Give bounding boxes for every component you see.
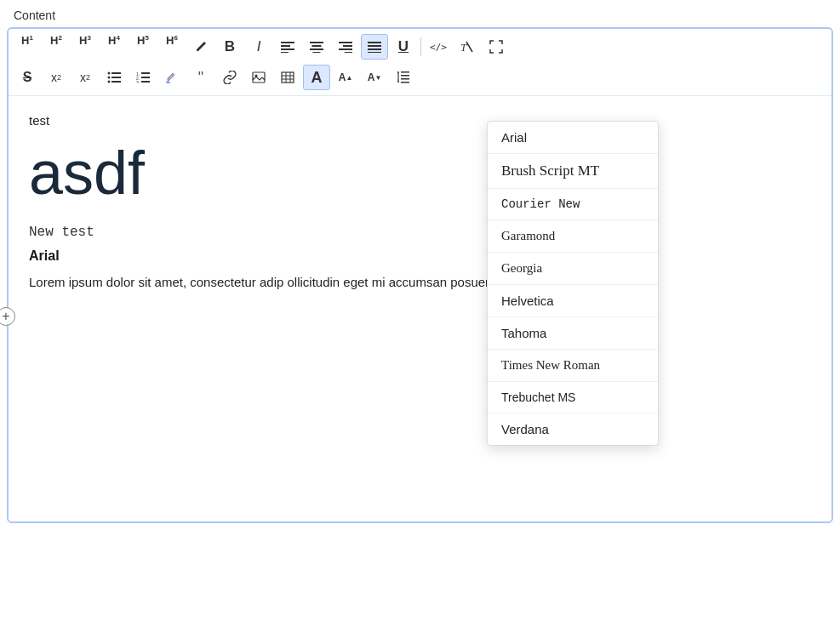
- font-size-up-button[interactable]: A▲: [332, 65, 359, 90]
- font-family-dropdown: Arial Brush Script MT Courier New Garamo…: [487, 121, 659, 446]
- svg-rect-30: [166, 82, 170, 83]
- svg-line-17: [466, 42, 472, 52]
- underline-button[interactable]: U: [390, 34, 417, 60]
- font-option-helvetica[interactable]: Helvetica: [488, 285, 658, 317]
- align-justify-button[interactable]: [361, 34, 388, 60]
- content-new-test-text: New test: [29, 225, 811, 240]
- svg-rect-3: [281, 52, 289, 53]
- font-option-brush[interactable]: Brush Script MT: [488, 154, 658, 189]
- highlight-button[interactable]: [158, 65, 186, 90]
- font-option-trebuchet[interactable]: Trebuchet MS: [488, 382, 658, 413]
- blockquote-button[interactable]: ": [187, 65, 214, 90]
- svg-rect-33: [282, 72, 294, 83]
- fullscreen-button[interactable]: [483, 34, 510, 60]
- heading3-button[interactable]: H3: [71, 34, 99, 60]
- svg-rect-15: [368, 52, 381, 53]
- unordered-list-button[interactable]: [100, 65, 128, 90]
- svg-rect-6: [310, 48, 323, 50]
- svg-rect-41: [401, 82, 409, 83]
- line-height-button[interactable]: [390, 65, 417, 90]
- content-asdf-text: asdf: [29, 138, 811, 208]
- svg-rect-10: [339, 48, 352, 50]
- font-option-georgia[interactable]: Georgia: [488, 253, 658, 285]
- heading4-button[interactable]: H4: [100, 34, 128, 60]
- svg-point-18: [108, 72, 111, 75]
- svg-rect-5: [312, 45, 322, 47]
- separator-1: [420, 37, 421, 56]
- font-option-courier[interactable]: Courier New: [488, 189, 658, 220]
- svg-rect-0: [281, 42, 294, 43]
- svg-rect-14: [368, 48, 381, 50]
- remove-format-button[interactable]: T: [454, 34, 481, 60]
- font-option-times[interactable]: Times New Roman: [488, 350, 658, 382]
- font-option-arial[interactable]: Arial: [488, 122, 658, 154]
- svg-rect-9: [343, 45, 352, 47]
- heading1-button[interactable]: H1: [14, 34, 41, 60]
- link-button[interactable]: [216, 65, 243, 90]
- svg-rect-2: [281, 48, 294, 50]
- table-button[interactable]: [274, 65, 301, 90]
- svg-rect-4: [310, 42, 323, 43]
- svg-rect-38: [401, 71, 409, 73]
- align-right-button[interactable]: [332, 34, 359, 60]
- font-option-verdana[interactable]: Verdana: [488, 413, 658, 445]
- align-left-button[interactable]: [274, 34, 301, 60]
- svg-rect-39: [401, 75, 409, 77]
- font-family-button[interactable]: A: [303, 65, 330, 90]
- add-block-button[interactable]: +: [0, 307, 15, 326]
- ordered-list-button[interactable]: 1.2.3.: [129, 65, 157, 90]
- svg-text:3.: 3.: [136, 80, 140, 83]
- bold-button[interactable]: B: [216, 34, 243, 60]
- svg-rect-27: [141, 77, 150, 78]
- svg-rect-23: [111, 81, 121, 83]
- content-area[interactable]: + test asdf New test Arial Lorem ipsum d…: [9, 96, 831, 521]
- svg-rect-8: [339, 42, 352, 43]
- strikethrough-button[interactable]: S: [14, 65, 41, 90]
- svg-rect-40: [401, 78, 409, 80]
- svg-rect-29: [141, 81, 150, 83]
- heading5-button[interactable]: H5: [129, 34, 157, 60]
- svg-rect-31: [253, 72, 265, 83]
- editor-container: H1 H2 H3 H4 H5 H6 B I: [7, 27, 833, 523]
- svg-rect-12: [368, 42, 381, 43]
- italic-button[interactable]: I: [245, 34, 272, 60]
- heading2-button[interactable]: H2: [43, 34, 70, 60]
- svg-rect-13: [368, 45, 381, 47]
- svg-rect-7: [313, 52, 321, 53]
- svg-point-22: [108, 81, 111, 83]
- pen-button[interactable]: [187, 34, 214, 60]
- content-test-text: test: [29, 113, 811, 128]
- image-button[interactable]: [245, 65, 272, 90]
- align-center-button[interactable]: [303, 34, 330, 60]
- code-button[interactable]: </>: [425, 34, 452, 60]
- page-title: Content: [0, 0, 840, 27]
- heading6-button[interactable]: H6: [158, 34, 186, 60]
- toolbar: H1 H2 H3 H4 H5 H6 B I: [9, 29, 831, 96]
- toolbar-row-2: S x2 x2 1.2.3. ": [14, 63, 826, 92]
- toolbar-row-1: H1 H2 H3 H4 H5 H6 B I: [14, 32, 826, 61]
- content-arial-text: Arial: [29, 248, 811, 264]
- svg-point-20: [108, 77, 111, 79]
- font-option-garamond[interactable]: Garamond: [488, 220, 658, 253]
- svg-rect-11: [345, 52, 352, 53]
- svg-text:T: T: [460, 41, 467, 54]
- svg-rect-21: [111, 77, 121, 78]
- svg-rect-25: [141, 72, 150, 74]
- svg-rect-19: [111, 72, 121, 74]
- svg-rect-1: [281, 45, 290, 47]
- font-size-down-button[interactable]: A▼: [361, 65, 388, 90]
- subscript-button[interactable]: x2: [71, 65, 99, 90]
- content-lorem-text: Lorem ipsum dolor sit amet, consectetur …: [29, 272, 811, 293]
- font-option-tahoma[interactable]: Tahoma: [488, 317, 658, 350]
- superscript-button[interactable]: x2: [43, 65, 70, 90]
